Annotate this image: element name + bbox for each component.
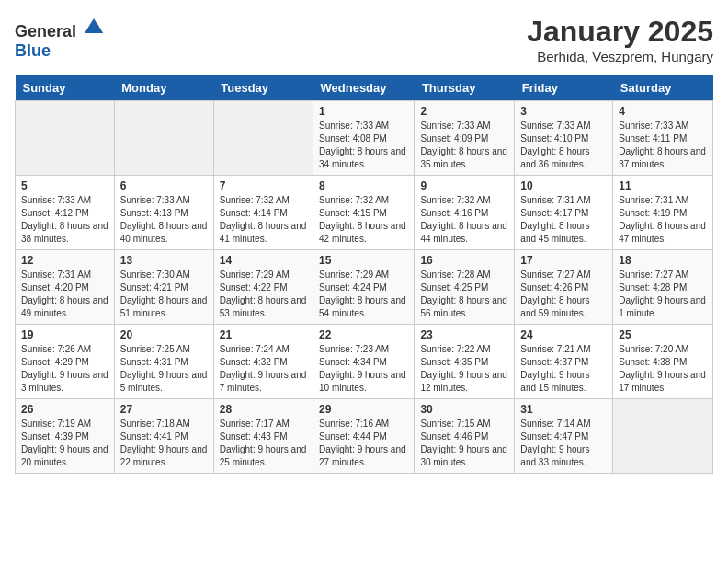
day-number: 28 (220, 403, 307, 416)
logo-general: General (15, 22, 76, 40)
day-detail: Sunrise: 7:32 AM Sunset: 4:14 PM Dayligh… (220, 194, 307, 246)
day-cell: 7Sunrise: 7:32 AM Sunset: 4:14 PM Daylig… (213, 176, 313, 250)
week-row-5: 26Sunrise: 7:19 AM Sunset: 4:39 PM Dayli… (16, 399, 713, 474)
day-cell: 3Sunrise: 7:33 AM Sunset: 4:10 PM Daylig… (515, 101, 613, 176)
day-detail: Sunrise: 7:32 AM Sunset: 4:16 PM Dayligh… (420, 194, 508, 246)
day-detail: Sunrise: 7:27 AM Sunset: 4:26 PM Dayligh… (520, 269, 607, 320)
day-cell: 30Sunrise: 7:15 AM Sunset: 4:46 PM Dayli… (415, 399, 515, 474)
calendar-subtitle: Berhida, Veszprem, Hungary (527, 49, 713, 64)
week-row-3: 12Sunrise: 7:31 AM Sunset: 4:20 PM Dayli… (16, 250, 713, 325)
day-detail: Sunrise: 7:15 AM Sunset: 4:46 PM Dayligh… (420, 418, 508, 469)
day-detail: Sunrise: 7:30 AM Sunset: 4:21 PM Dayligh… (120, 269, 208, 320)
day-cell: 12Sunrise: 7:31 AM Sunset: 4:20 PM Dayli… (16, 250, 115, 325)
day-detail: Sunrise: 7:25 AM Sunset: 4:31 PM Dayligh… (120, 343, 208, 395)
day-number: 10 (520, 179, 607, 192)
day-cell: 26Sunrise: 7:19 AM Sunset: 4:39 PM Dayli… (16, 399, 115, 474)
day-cell (213, 101, 313, 176)
day-detail: Sunrise: 7:14 AM Sunset: 4:47 PM Dayligh… (520, 418, 607, 469)
day-number: 17 (520, 254, 607, 267)
day-cell: 16Sunrise: 7:28 AM Sunset: 4:25 PM Dayli… (415, 250, 515, 325)
day-cell: 23Sunrise: 7:22 AM Sunset: 4:35 PM Dayli… (415, 325, 515, 399)
day-cell: 18Sunrise: 7:27 AM Sunset: 4:28 PM Dayli… (613, 250, 713, 325)
day-cell: 28Sunrise: 7:17 AM Sunset: 4:43 PM Dayli… (213, 399, 313, 474)
day-cell: 4Sunrise: 7:33 AM Sunset: 4:11 PM Daylig… (613, 101, 713, 176)
day-number: 27 (120, 403, 208, 416)
day-number: 31 (520, 403, 607, 416)
day-cell: 24Sunrise: 7:21 AM Sunset: 4:37 PM Dayli… (515, 325, 613, 399)
day-cell: 14Sunrise: 7:29 AM Sunset: 4:22 PM Dayli… (213, 250, 313, 325)
day-cell: 13Sunrise: 7:30 AM Sunset: 4:21 PM Dayli… (114, 250, 213, 325)
day-number: 24 (520, 328, 607, 341)
day-number: 18 (619, 254, 707, 267)
day-detail: Sunrise: 7:28 AM Sunset: 4:25 PM Dayligh… (420, 269, 508, 320)
day-cell (613, 399, 713, 474)
logo-icon (83, 15, 105, 37)
day-number: 3 (520, 105, 607, 118)
weekday-header-wednesday: Wednesday (313, 75, 415, 101)
day-cell: 1Sunrise: 7:33 AM Sunset: 4:08 PM Daylig… (313, 101, 415, 176)
day-detail: Sunrise: 7:18 AM Sunset: 4:41 PM Dayligh… (120, 418, 208, 469)
weekday-header-sunday: Sunday (16, 75, 115, 101)
day-cell: 19Sunrise: 7:26 AM Sunset: 4:29 PM Dayli… (16, 325, 115, 399)
day-detail: Sunrise: 7:24 AM Sunset: 4:32 PM Dayligh… (220, 343, 307, 395)
weekday-header-friday: Friday (515, 75, 613, 101)
day-cell: 29Sunrise: 7:16 AM Sunset: 4:44 PM Dayli… (313, 399, 415, 474)
day-number: 6 (120, 179, 208, 192)
day-number: 23 (420, 328, 508, 341)
day-number: 22 (319, 328, 408, 341)
day-cell: 8Sunrise: 7:32 AM Sunset: 4:15 PM Daylig… (313, 176, 415, 250)
day-detail: Sunrise: 7:33 AM Sunset: 4:12 PM Dayligh… (21, 194, 108, 246)
day-number: 25 (619, 328, 707, 341)
day-cell: 27Sunrise: 7:18 AM Sunset: 4:41 PM Dayli… (114, 399, 213, 474)
weekday-header-thursday: Thursday (415, 75, 515, 101)
day-number: 14 (220, 254, 307, 267)
day-number: 9 (420, 179, 508, 192)
day-cell: 17Sunrise: 7:27 AM Sunset: 4:26 PM Dayli… (515, 250, 613, 325)
day-detail: Sunrise: 7:22 AM Sunset: 4:35 PM Dayligh… (420, 343, 508, 395)
day-detail: Sunrise: 7:29 AM Sunset: 4:22 PM Dayligh… (220, 269, 307, 320)
day-cell: 10Sunrise: 7:31 AM Sunset: 4:17 PM Dayli… (515, 176, 613, 250)
day-number: 30 (420, 403, 508, 416)
day-detail: Sunrise: 7:33 AM Sunset: 4:10 PM Dayligh… (520, 120, 607, 171)
day-cell: 21Sunrise: 7:24 AM Sunset: 4:32 PM Dayli… (213, 325, 313, 399)
day-number: 21 (220, 328, 307, 341)
day-detail: Sunrise: 7:33 AM Sunset: 4:08 PM Dayligh… (319, 120, 408, 171)
title-block: January 2025 Berhida, Veszprem, Hungary (527, 15, 713, 64)
logo: General Blue (15, 15, 105, 61)
day-number: 7 (220, 179, 307, 192)
day-cell: 5Sunrise: 7:33 AM Sunset: 4:12 PM Daylig… (16, 176, 115, 250)
day-detail: Sunrise: 7:33 AM Sunset: 4:11 PM Dayligh… (619, 120, 707, 171)
logo-text: General Blue (15, 15, 105, 61)
day-cell: 25Sunrise: 7:20 AM Sunset: 4:38 PM Dayli… (613, 325, 713, 399)
day-number: 19 (21, 328, 108, 341)
day-detail: Sunrise: 7:31 AM Sunset: 4:20 PM Dayligh… (21, 269, 108, 320)
weekday-header-monday: Monday (114, 75, 213, 101)
day-detail: Sunrise: 7:19 AM Sunset: 4:39 PM Dayligh… (21, 418, 108, 469)
day-cell: 22Sunrise: 7:23 AM Sunset: 4:34 PM Dayli… (313, 325, 415, 399)
day-number: 16 (420, 254, 508, 267)
day-detail: Sunrise: 7:23 AM Sunset: 4:34 PM Dayligh… (319, 343, 408, 395)
page-header: General Blue January 2025 Berhida, Veszp… (15, 15, 713, 64)
calendar-title: January 2025 (527, 15, 713, 49)
day-detail: Sunrise: 7:29 AM Sunset: 4:24 PM Dayligh… (319, 269, 408, 320)
week-row-2: 5Sunrise: 7:33 AM Sunset: 4:12 PM Daylig… (16, 176, 713, 250)
day-detail: Sunrise: 7:32 AM Sunset: 4:15 PM Dayligh… (319, 194, 408, 246)
day-number: 8 (319, 179, 408, 192)
logo-blue: Blue (15, 41, 51, 60)
day-number: 29 (319, 403, 408, 416)
day-number: 1 (319, 105, 408, 118)
day-cell: 6Sunrise: 7:33 AM Sunset: 4:13 PM Daylig… (114, 176, 213, 250)
day-cell: 9Sunrise: 7:32 AM Sunset: 4:16 PM Daylig… (415, 176, 515, 250)
day-number: 15 (319, 254, 408, 267)
day-cell: 11Sunrise: 7:31 AM Sunset: 4:19 PM Dayli… (613, 176, 713, 250)
day-number: 12 (21, 254, 108, 267)
week-row-1: 1Sunrise: 7:33 AM Sunset: 4:08 PM Daylig… (16, 101, 713, 176)
week-row-4: 19Sunrise: 7:26 AM Sunset: 4:29 PM Dayli… (16, 325, 713, 399)
day-cell: 31Sunrise: 7:14 AM Sunset: 4:47 PM Dayli… (515, 399, 613, 474)
day-number: 26 (21, 403, 108, 416)
day-cell: 2Sunrise: 7:33 AM Sunset: 4:09 PM Daylig… (415, 101, 515, 176)
day-cell (114, 101, 213, 176)
day-detail: Sunrise: 7:20 AM Sunset: 4:38 PM Dayligh… (619, 343, 707, 395)
day-detail: Sunrise: 7:26 AM Sunset: 4:29 PM Dayligh… (21, 343, 108, 395)
day-detail: Sunrise: 7:33 AM Sunset: 4:09 PM Dayligh… (420, 120, 508, 171)
